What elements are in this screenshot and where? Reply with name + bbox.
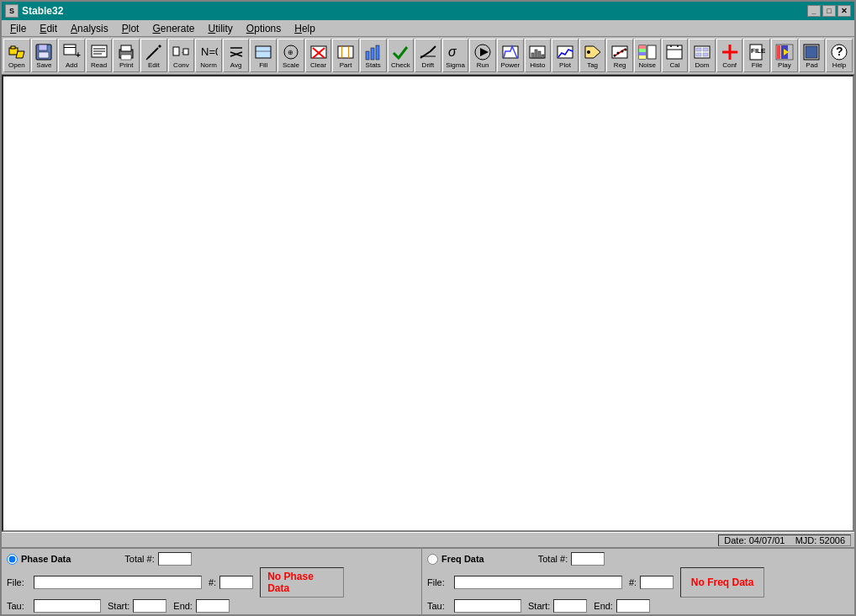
toolbar-read-button[interactable]: Read [86, 39, 113, 72]
toolbar-power-button[interactable]: Power [497, 39, 524, 72]
data-panel: Phase Data Total #: File: #: No Phase Da… [2, 547, 854, 614]
svg-text:N=0: N=0 [201, 45, 218, 58]
app-icon: S [5, 4, 18, 18]
window-title: Stable32 [22, 5, 63, 17]
toolbar-part-button[interactable]: Part [332, 39, 359, 72]
phase-start-input[interactable] [133, 599, 166, 613]
toolbar-tag-button[interactable]: Tag [579, 39, 606, 72]
svg-rect-70 [703, 48, 708, 51]
freq-file-input[interactable] [454, 576, 622, 589]
read-label: Read [91, 62, 107, 69]
toolbar-avg-button[interactable]: Avg [223, 39, 250, 72]
toolbar-add-button[interactable]: + Add [58, 39, 85, 72]
toolbar-conv-button[interactable]: → Conv [168, 39, 195, 72]
menu-utility[interactable]: Utility [202, 21, 240, 36]
svg-rect-14 [121, 45, 131, 51]
toolbar-norm-button[interactable]: N=0 Norm [195, 39, 222, 72]
toolbar-conf-button[interactable]: Conf [716, 39, 743, 72]
svg-rect-48 [542, 55, 544, 58]
svg-rect-7 [64, 47, 76, 48]
freq-data-section: Freq Data Total #: File: #: No Freq Data… [422, 549, 854, 614]
toolbar-play-button[interactable]: Play [771, 39, 798, 72]
freq-hash-input[interactable] [640, 576, 674, 589]
toolbar-plot-button[interactable]: Plot [552, 39, 579, 72]
play-label: Play [778, 62, 791, 69]
freq-total-input[interactable] [571, 552, 605, 566]
freq-tau-input[interactable] [454, 599, 521, 613]
sigma-label: Sigma [446, 62, 465, 69]
toolbar-edit-button[interactable]: Edit [140, 39, 167, 72]
menu-file[interactable]: File [3, 21, 33, 36]
svg-marker-2 [16, 51, 24, 58]
toolbar-reg-button[interactable]: Reg [606, 39, 633, 72]
svg-rect-21 [183, 49, 188, 55]
freq-end-input[interactable] [616, 599, 650, 613]
svg-rect-59 [647, 45, 656, 59]
freq-hash-label: #: [629, 577, 637, 587]
main-content-area [2, 75, 854, 532]
svg-rect-33 [338, 46, 353, 58]
menu-help[interactable]: Help [288, 21, 322, 36]
toolbar-noise-button[interactable]: Noise [634, 39, 661, 72]
svg-rect-72 [703, 53, 708, 56]
toolbar-scale-button[interactable]: ⊕ Scale [277, 39, 304, 72]
phase-data-radio[interactable] [7, 554, 18, 565]
toolbar-file-button[interactable]: FILE File [743, 39, 770, 72]
toolbar-clear-button[interactable]: Clear [305, 39, 332, 72]
plot-icon [555, 42, 575, 62]
phase-data-label: Phase Data [21, 554, 71, 564]
toolbar-run-button[interactable]: Run [469, 39, 496, 72]
norm-label: Norm [200, 62, 217, 69]
menu-analysis[interactable]: Analysis [64, 21, 115, 36]
status-bar: Date: 04/07/01 MJD: 52006 [2, 532, 854, 547]
phase-hash-input[interactable] [219, 576, 253, 589]
freq-data-radio[interactable] [427, 554, 438, 565]
title-bar-left: S Stable32 [5, 4, 63, 18]
menu-options[interactable]: Options [240, 21, 288, 36]
main-window: S Stable32 _ □ ✕ File Edit Analysis Plot… [0, 0, 856, 616]
toolbar-sigma-button[interactable]: σ Sigma [442, 39, 469, 72]
svg-rect-62 [639, 52, 646, 55]
phase-data-section: Phase Data Total #: File: #: No Phase Da… [2, 549, 422, 614]
phase-file-input[interactable] [34, 576, 202, 589]
toolbar-cal-button[interactable]: Cal [662, 39, 689, 72]
toolbar-save-button[interactable]: Save [31, 39, 58, 72]
svg-text:σ: σ [448, 45, 457, 59]
phase-no-data-label: No Phase Data [260, 567, 344, 598]
toolbar-histo-button[interactable]: Histo [525, 39, 552, 72]
svg-rect-4 [39, 45, 47, 50]
file-label: File [752, 62, 763, 69]
toolbar-drift-button[interactable]: Drift [415, 39, 441, 72]
menu-plot[interactable]: Plot [115, 21, 146, 36]
toolbar-dom-button[interactable]: Dom [689, 39, 716, 72]
toolbar-check-button[interactable]: Check [388, 39, 415, 72]
toolbar-stats-button[interactable]: Stats [360, 39, 387, 72]
phase-total-input[interactable] [158, 552, 192, 566]
phase-end-input[interactable] [196, 599, 230, 613]
help-icon: ? [829, 42, 849, 62]
svg-line-18 [146, 57, 149, 60]
toolbar-open-button[interactable]: Open [3, 39, 30, 72]
toolbar-help-button[interactable]: ? Help [826, 39, 853, 72]
phase-tau-input[interactable] [34, 599, 101, 613]
run-label: Run [477, 62, 489, 69]
toolbar-pad-button[interactable]: Pad [799, 39, 826, 72]
edit-icon [144, 42, 164, 62]
menu-edit[interactable]: Edit [33, 21, 64, 36]
print-icon [116, 42, 136, 62]
scale-label: Scale [283, 62, 299, 69]
open-label: Open [8, 62, 25, 69]
sigma-icon: σ [446, 42, 466, 62]
maximize-button[interactable]: □ [822, 5, 836, 17]
print-label: Print [119, 62, 133, 69]
freq-start-input[interactable] [553, 599, 587, 613]
toolbar-fill-button[interactable]: Fill [250, 39, 277, 72]
menu-generate[interactable]: Generate [145, 21, 201, 36]
svg-rect-36 [366, 51, 369, 60]
svg-text:⊕: ⊕ [288, 49, 293, 56]
minimize-button[interactable]: _ [807, 5, 821, 17]
norm-icon: N=0 [198, 42, 219, 62]
close-button[interactable]: ✕ [838, 5, 851, 17]
title-bar: S Stable32 _ □ ✕ [2, 2, 854, 20]
toolbar-print-button[interactable]: Print [113, 39, 140, 72]
